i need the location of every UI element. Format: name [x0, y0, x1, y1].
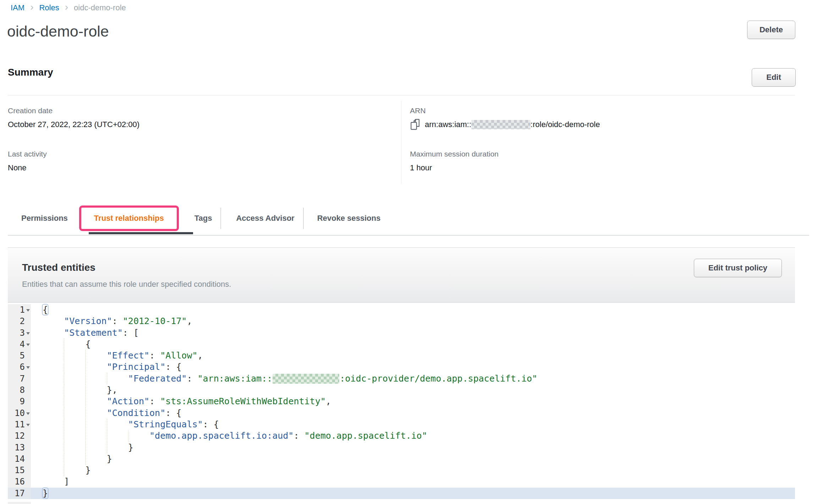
- fold-arrow-slot: [25, 396, 31, 407]
- fold-arrow-icon[interactable]: [25, 407, 31, 419]
- json-key: "demo.app.spacelift.io:aud": [149, 431, 294, 441]
- json-key: "Federated": [128, 373, 187, 384]
- gutter-cell: 5: [8, 350, 31, 361]
- json-punctuation: }: [85, 465, 91, 475]
- gutter-cell: 11: [8, 419, 31, 430]
- edit-trust-policy-button[interactable]: Edit trust policy: [694, 259, 782, 277]
- gutter-cell: 16: [8, 476, 31, 487]
- line-number: 9: [8, 396, 25, 407]
- fold-arrow-slot: [25, 350, 31, 361]
- chevron-right-icon: ›: [65, 2, 68, 12]
- line-number: 6: [8, 361, 25, 373]
- line-number: 13: [8, 442, 25, 453]
- creation-date-field: Creation date October 27, 2022, 22:23 (U…: [8, 106, 139, 129]
- code-content: ]: [31, 476, 795, 487]
- json-punctuation: :: [294, 431, 304, 441]
- json-punctuation: : {: [165, 362, 181, 372]
- fold-arrow-slot: [25, 442, 31, 453]
- edit-summary-button[interactable]: Edit: [752, 68, 796, 87]
- json-key: "Principal": [107, 362, 166, 372]
- indent-guide: [64, 396, 64, 407]
- gutter-cell: 12: [8, 430, 31, 442]
- fold-arrow-slot: [25, 465, 31, 476]
- code-content: "Action": "sts:AssumeRoleWithWebIdentity…: [31, 396, 795, 407]
- json-string: "2012-10-17": [123, 316, 187, 326]
- breadcrumb-link-iam[interactable]: IAM: [11, 3, 24, 12]
- copy-icon[interactable]: [410, 119, 420, 130]
- code-line: 15 }: [8, 465, 795, 476]
- indent-guide: [64, 384, 64, 396]
- tab-access-advisor[interactable]: Access Advisor: [228, 214, 302, 223]
- indent-guide: [64, 465, 64, 476]
- code-line: 10 "Condition": {: [8, 407, 795, 419]
- code-content: }: [31, 442, 795, 453]
- code-content: }: [31, 465, 795, 476]
- code-line: 1{: [8, 304, 795, 316]
- json-key: "Condition": [107, 408, 166, 418]
- json-key: "StringEquals": [128, 419, 203, 429]
- code-line: 13 }: [8, 442, 795, 453]
- trusted-entities-panel: Trusted entities Entities that can assum…: [8, 247, 795, 504]
- fold-arrow-icon[interactable]: [25, 339, 31, 350]
- line-number: 10: [8, 407, 25, 419]
- line-number: 16: [8, 476, 25, 487]
- code-line: 8 },: [8, 384, 795, 396]
- code-content: "Effect": "Allow",: [31, 350, 795, 361]
- json-punctuation: }: [43, 488, 48, 498]
- fold-arrow-icon[interactable]: [25, 419, 31, 430]
- fold-arrow-icon[interactable]: [25, 327, 31, 339]
- annotation-highlight-box: Trust relationships: [79, 206, 179, 231]
- tab-bar: Permissions Trust relationships Tags Acc…: [13, 205, 388, 231]
- code-line: 2 "Version": "2012-10-17",: [8, 316, 795, 327]
- indent-guide: [128, 430, 128, 442]
- fold-arrow-slot: [25, 453, 31, 465]
- breadcrumb-link-roles[interactable]: Roles: [39, 3, 59, 12]
- iam-role-detail-page: IAM › Roles › oidc-demo-role Delete oidc…: [0, 0, 817, 504]
- delete-button[interactable]: Delete: [747, 21, 795, 39]
- json-punctuation: {: [85, 339, 91, 349]
- gutter-cell: 4: [8, 339, 31, 350]
- tab-trust-relationships[interactable]: Trust relationships: [94, 214, 164, 223]
- json-punctuation: }: [107, 454, 112, 464]
- line-number: 1: [8, 304, 25, 316]
- fold-arrow-icon[interactable]: [25, 304, 31, 316]
- code-content: "StringEquals": {: [31, 419, 795, 430]
- json-string: :oidc-provider/demo.app.spacelift.io": [340, 373, 537, 384]
- fold-arrow-slot: [25, 384, 31, 396]
- json-punctuation: ]: [64, 476, 69, 487]
- indent-guide: [64, 453, 64, 465]
- code-line: 17}: [8, 488, 795, 499]
- json-key: "Version": [64, 316, 112, 326]
- gutter-stub: [8, 502, 795, 504]
- summary-heading: Summary: [8, 67, 53, 78]
- last-activity-label: Last activity: [8, 150, 47, 158]
- indent-guide: [64, 373, 64, 384]
- fold-arrow-icon[interactable]: [25, 361, 31, 373]
- indent-guide: [107, 430, 107, 442]
- indent-guide: [85, 373, 86, 384]
- json-punctuation: :: [149, 350, 160, 361]
- indent-guide: [85, 419, 86, 430]
- arn-label: ARN: [410, 106, 600, 115]
- json-punctuation: : [: [123, 328, 139, 338]
- gutter-cell: 2: [8, 316, 31, 327]
- fold-arrow-slot: [25, 476, 31, 487]
- indent-guide: [64, 442, 64, 453]
- indent-guide: [85, 361, 86, 373]
- indent-guide: [85, 453, 86, 465]
- max-session-label: Maximum session duration: [410, 150, 499, 158]
- indent-guide: [64, 419, 64, 430]
- tab-permissions[interactable]: Permissions: [13, 214, 76, 223]
- json-punctuation: :: [149, 396, 160, 406]
- breadcrumb-current: oidc-demo-role: [74, 3, 126, 12]
- indent-guide: [64, 407, 64, 419]
- max-session-value: 1 hour: [410, 163, 499, 172]
- gutter-cell: 7: [8, 373, 31, 384]
- max-session-field: Maximum session duration 1 hour: [410, 150, 499, 172]
- policy-editor[interactable]: 1{2 "Version": "2012-10-17",3 "Statement…: [8, 303, 795, 504]
- tab-tags[interactable]: Tags: [187, 214, 220, 223]
- tab-revoke-sessions[interactable]: Revoke sessions: [309, 214, 389, 223]
- json-punctuation: {: [43, 305, 48, 315]
- line-number: 17: [8, 488, 25, 499]
- redacted-account-id: [471, 120, 531, 129]
